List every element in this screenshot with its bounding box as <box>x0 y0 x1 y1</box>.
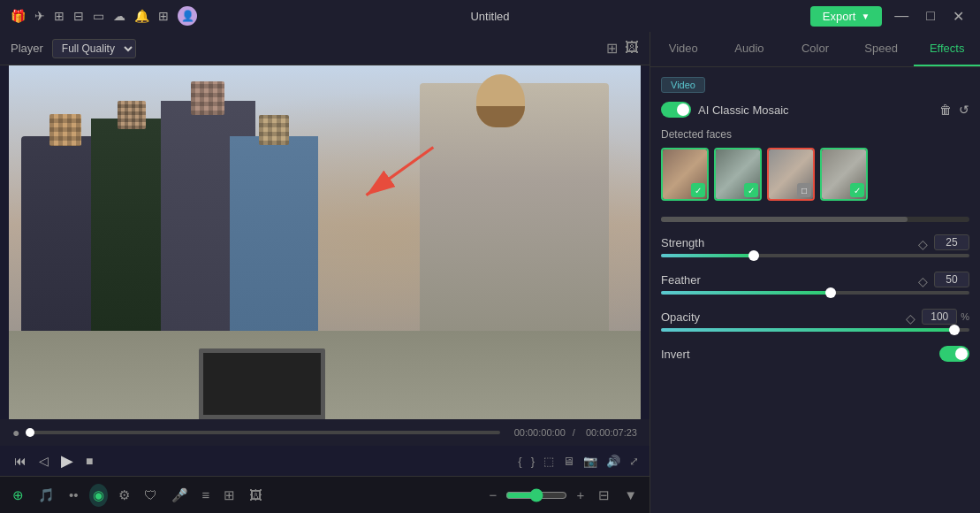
skip-back-button[interactable]: ⏮ <box>11 452 30 470</box>
quality-select[interactable]: Full Quality <box>52 39 136 58</box>
video-area <box>9 65 641 419</box>
opacity-value-group: 100 % <box>906 309 969 325</box>
zoom-in-btn[interactable]: + <box>573 484 588 506</box>
face-check-2: ✓ <box>744 183 758 197</box>
duration: 00:00:07:23 <box>586 427 637 438</box>
maximize-button[interactable]: □ <box>921 6 940 26</box>
export-label: Export <box>823 10 856 23</box>
mic-btn[interactable]: 🎤 <box>168 484 192 507</box>
scrollbar-thumb <box>661 217 908 222</box>
play-button[interactable]: ▶ <box>57 449 77 472</box>
feather-value[interactable]: 50 <box>934 272 969 287</box>
tab-color[interactable]: Color <box>782 32 848 66</box>
feather-label-row: Feather 50 <box>661 272 969 287</box>
image-icon[interactable]: 🖼 <box>625 40 639 57</box>
add-media-button[interactable]: ⊕ <box>9 484 27 507</box>
sticker-btn[interactable]: 🖼 <box>246 484 266 506</box>
crop-icon[interactable]: ⬚ <box>543 455 554 468</box>
face-thumb-2[interactable]: ✓ <box>714 148 762 201</box>
minimize-button[interactable]: — <box>889 6 914 26</box>
tab-audio[interactable]: Audio <box>717 32 783 66</box>
more-options-btn[interactable]: ▼ <box>620 484 641 506</box>
table-area <box>9 331 641 419</box>
pixelated-face-1 <box>49 114 81 146</box>
faces-scrollbar[interactable] <box>661 217 969 222</box>
effect-toggle: AI Classic Mosaic <box>661 102 789 118</box>
opacity-diamond-icon[interactable] <box>906 310 918 323</box>
delete-icon[interactable]: 🗑 <box>939 103 952 117</box>
zoom-out-btn[interactable]: − <box>486 484 501 506</box>
strength-slider-fill <box>661 254 754 257</box>
send-icon[interactable]: ✈ <box>34 9 45 23</box>
captions-btn[interactable]: ≡ <box>199 484 214 506</box>
main-person-head <box>476 74 525 127</box>
feather-label: Feather <box>661 273 701 287</box>
strength-slider-track[interactable] <box>661 254 969 257</box>
bracket-open-icon[interactable]: { <box>518 455 521 468</box>
opacity-slider-track[interactable] <box>661 328 969 332</box>
layout-view-btn[interactable]: ⊟ <box>595 484 613 507</box>
fullscreen-icon[interactable]: ⤢ <box>629 455 639 468</box>
strength-diamond-icon[interactable] <box>918 236 931 249</box>
effect-row: AI Classic Mosaic 🗑 ↺ <box>661 102 969 118</box>
monitor-icon[interactable]: 🖥 <box>563 455 574 468</box>
scrubber-start-icon: ● <box>12 425 19 440</box>
feather-slider-fill <box>661 291 831 295</box>
face-thumb-3[interactable]: □ ▼ <box>767 148 815 201</box>
stop-button[interactable]: ■ <box>82 452 96 470</box>
bracket-close-icon[interactable]: } <box>531 455 535 468</box>
strength-control: Strength 25 <box>661 234 969 257</box>
feather-slider-thumb[interactable] <box>825 287 836 298</box>
effect-name: AI Classic Mosaic <box>698 103 789 117</box>
opacity-control: Opacity 100 % <box>661 309 969 332</box>
scrubber-thumb[interactable] <box>26 428 34 437</box>
volume-icon[interactable]: 🔊 <box>606 455 620 468</box>
audio-btn[interactable]: 🎵 <box>34 484 58 507</box>
pixelated-face-3 <box>191 81 224 115</box>
opacity-slider-thumb[interactable] <box>949 325 960 335</box>
face-check-4: ✓ <box>850 183 864 197</box>
feather-slider-track[interactable] <box>661 291 969 295</box>
close-button[interactable]: ✕ <box>947 6 969 27</box>
app-title: Untitled <box>470 10 509 23</box>
frame-back-button[interactable]: ◁ <box>35 452 52 470</box>
shield-btn[interactable]: 🛡 <box>141 484 161 506</box>
more-btn[interactable]: •• <box>65 484 82 506</box>
camera-icon[interactable]: 📷 <box>583 455 597 468</box>
strength-slider-thumb[interactable] <box>748 250 759 261</box>
opacity-value[interactable]: 100 <box>922 309 957 325</box>
strength-value[interactable]: 25 <box>934 234 969 250</box>
zoom-slider[interactable] <box>505 488 567 502</box>
main-layout: Player Full Quality ⊞ 🖼 <box>0 32 980 513</box>
feather-diamond-icon[interactable] <box>918 273 931 286</box>
effect-toggle-switch[interactable] <box>661 102 691 118</box>
strength-label-row: Strength 25 <box>661 234 969 250</box>
tab-effects[interactable]: Effects <box>914 32 980 66</box>
bottom-toolbar: ⊕ 🎵 •• ◉ ⚙ 🛡 🎤 ≡ ⊞ 🖼 − + ⊟ ▼ <box>0 476 650 513</box>
reset-icon[interactable]: ↺ <box>959 103 969 117</box>
face-thumb-4[interactable]: ✓ <box>820 148 868 201</box>
grid-icon[interactable]: ⊞ <box>158 9 169 23</box>
detected-faces-section: Detected faces ✓ ✓ □ <box>661 128 969 222</box>
media-icon[interactable]: ▭ <box>93 9 104 23</box>
cloud-icon[interactable]: ☁ <box>113 9 125 23</box>
opacity-label-row: Opacity 100 % <box>661 309 969 325</box>
layout-icon[interactable]: ⊟ <box>73 9 84 23</box>
face-thumb-1[interactable]: ✓ <box>661 148 709 201</box>
export-button[interactable]: Export ▼ <box>810 6 882 27</box>
feather-control: Feather 50 <box>661 272 969 295</box>
tab-speed[interactable]: Speed <box>848 32 915 66</box>
cc-icon[interactable]: ⊞ <box>54 9 65 23</box>
time-scrubber[interactable] <box>30 431 499 434</box>
invert-toggle[interactable] <box>939 346 969 362</box>
avatar-icon[interactable]: 👤 <box>178 6 197 26</box>
face-mosaic-btn[interactable]: ◉ <box>89 484 108 507</box>
transform-btn[interactable]: ⊞ <box>220 484 239 507</box>
gift-icon[interactable]: 🎁 <box>11 9 26 23</box>
panel-content: Video AI Classic Mosaic 🗑 ↺ Detected fac… <box>650 67 980 513</box>
strength-label: Strength <box>661 236 704 249</box>
settings-btn[interactable]: ⚙ <box>115 484 133 507</box>
tab-video[interactable]: Video <box>650 32 717 66</box>
grid-view-icon[interactable]: ⊞ <box>606 40 618 57</box>
bell-icon[interactable]: 🔔 <box>134 9 149 23</box>
